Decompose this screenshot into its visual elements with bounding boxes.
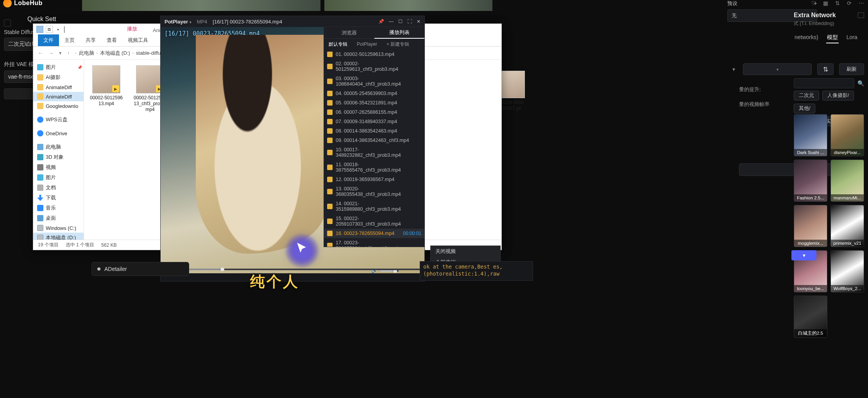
potplayer-menu-button[interactable]: PotPlayer ▾ [165, 19, 191, 25]
tree-item-label: 文档 [46, 184, 56, 191]
top-tab-play[interactable]: 播放 [119, 23, 145, 35]
nav-up-icon[interactable]: ↑ [67, 50, 70, 56]
playlist-item[interactable]: 14. 00021-3515989880_chf3_prob3.mp4 [324, 199, 424, 214]
tree-item[interactable]: 下载 [33, 193, 84, 203]
tree-item[interactable]: AI摄影 [33, 72, 84, 82]
caret-down-icon[interactable]: ▾ [727, 63, 740, 75]
tree-item[interactable]: 文档 [33, 183, 84, 193]
breadcrumb-item[interactable]: 本地磁盘 (D:) [100, 50, 130, 57]
nav-back-icon[interactable]: ← [38, 50, 43, 56]
extra-network-tab[interactable]: Lora [846, 32, 858, 43]
model-dropdown[interactable]: ▾ [743, 63, 812, 75]
playlist-album-tab[interactable]: PotPlayer [352, 39, 382, 50]
sort-icon[interactable]: ⇅ [835, 0, 840, 6]
tree-item[interactable]: Googledownlo [33, 101, 84, 111]
tree-item[interactable]: 3D 对象 [33, 152, 84, 162]
win-max-icon[interactable]: ☐ [398, 19, 403, 24]
win-full-icon[interactable]: ⛶ [407, 19, 412, 24]
playlist-main-tab[interactable]: 浏览器 [324, 27, 374, 39]
crumb-sep-icon: › [97, 51, 98, 55]
tree-item[interactable]: 桌面 [33, 213, 84, 223]
ribbon-tab[interactable]: 查看 [101, 34, 122, 46]
more-icon[interactable]: ⋯ [859, 0, 864, 6]
playlist-item[interactable]: 13. 00020-3680355438_chf3_prob3.mp4 [324, 184, 424, 199]
primary-dropdown-button[interactable]: ▾ [791, 250, 816, 260]
playlist-item[interactable]: 08. 00014-3863542463.mp4 [324, 126, 424, 136]
extra-network-tab[interactable]: 模型 [826, 32, 839, 43]
model-card[interactable]: disneyPixar... [830, 114, 864, 156]
playlist-item[interactable]: 02. 00002-501259613_chf3_prob3.mp4 [324, 59, 424, 74]
tree-item[interactable]: 本地磁盘 (D:) [33, 233, 84, 240]
tree-item[interactable]: Windows (C:) [33, 223, 84, 233]
playlist-main-tab[interactable]: 播放列表 [374, 27, 425, 39]
ribbon-tab[interactable]: 主页 [59, 34, 80, 46]
ribbon-tab[interactable]: 文件 [38, 34, 59, 46]
monitor-icon [37, 144, 43, 150]
model-card[interactable]: primemix_v21 [830, 205, 864, 247]
tree-item[interactable]: OneDrive [33, 129, 84, 138]
refresh-button[interactable]: 刷新 [839, 63, 864, 75]
down-icon [37, 195, 43, 201]
tree-item[interactable]: WPS云盘 [33, 115, 84, 125]
playlist-item[interactable]: 05. 00006-3542321891.mp4 [324, 98, 424, 108]
tree-item-label: 图片 [46, 174, 56, 181]
model-card[interactable]: mogglemix... [794, 205, 827, 247]
prompt-preview[interactable]: ok at the camera,Best es,(photorealistic… [420, 261, 533, 281]
file-thumbnail[interactable]: ▶00002-501259613.mp4 [89, 65, 123, 113]
model-card[interactable]: 白城主的2.5 [794, 296, 827, 338]
tree-item[interactable]: 此电脑 [33, 142, 84, 152]
potplayer-titlebar[interactable]: PotPlayer ▾ MP4 [16/17] 00023-782655094.… [161, 16, 424, 27]
swap-button[interactable]: ⇅ [817, 63, 834, 75]
grid-icon[interactable]: ▦ [823, 0, 828, 6]
sync-icon[interactable]: ⟳ [847, 0, 852, 6]
playlist-item[interactable]: 03. 00003-1086840404_chf3_prob3.mp4 [324, 74, 424, 89]
ribbon-tab[interactable]: 共享 [80, 34, 101, 46]
video-file-icon [327, 177, 333, 182]
win-min-icon[interactable]: — [389, 19, 394, 24]
panel-dock-icon[interactable] [858, 13, 864, 18]
extra-network-title: Extra Network [794, 12, 864, 19]
tree-item[interactable]: AnimateDiff [33, 92, 84, 101]
playlist-item[interactable]: 04. 00005-2545639903.mp4 [324, 89, 424, 98]
tree-item[interactable]: AnimateDiff [33, 82, 84, 92]
playlist-item[interactable]: 17. 00023-782655094_chf3_prob3.mp4 [324, 238, 424, 247]
playlist-item[interactable]: 11. 00018-3875565476_chf3_prob3.mp4 [324, 160, 424, 175]
tree-item[interactable]: 图片 [33, 172, 84, 183]
playlist-item[interactable]: 12. 00019-365936567.mp4 [324, 175, 424, 184]
ribbon-tab[interactable]: 视频工具 [122, 34, 154, 46]
playlist-item-label: 14. 00021-3515989880_chf3_prob3.mp4 [336, 201, 421, 212]
playlist-album-tab[interactable]: 默认专辑 [324, 39, 352, 50]
breadcrumb-item[interactable]: 此电脑 [79, 50, 94, 57]
nav-history-icon[interactable]: ▾ [59, 50, 62, 56]
video-file-icon [327, 219, 333, 224]
model-card[interactable]: Dark Sushi ... [794, 114, 827, 156]
playlist-item[interactable]: 07. 00009-3148940337.mp4 [324, 117, 424, 126]
desk-icon [37, 215, 43, 221]
status-selected: 选中 1 个项目 [66, 242, 94, 248]
tree-item[interactable]: 图片📌 [33, 62, 84, 72]
playlist-item[interactable]: 10. 00017-3489232882_chf3_prob3.mp4 [324, 145, 424, 160]
playlist-item[interactable]: 01. 00002-501259613.mp4 [324, 50, 424, 59]
tree-item[interactable]: 音乐 [33, 203, 84, 213]
adetailer-accordion[interactable]: ADetailer [91, 262, 189, 276]
model-card[interactable]: WolfBoys_2... [830, 250, 864, 292]
playlist-item[interactable]: 16. 00023-782655094.mp400:00:01 [324, 229, 424, 238]
playlist-item-label: 05. 00006-3542321891.mp4 [336, 100, 397, 106]
tree-item[interactable]: 视频 [33, 162, 84, 172]
pin-icon[interactable]: 📌 [378, 19, 384, 24]
extra-network-tab[interactable]: networks) [794, 32, 819, 43]
win-close-icon[interactable]: ✕ [417, 19, 421, 24]
nav-forward-icon[interactable]: → [48, 50, 54, 56]
volume-slider[interactable] [380, 270, 399, 272]
preset-add-icon[interactable]: + [814, 0, 817, 7]
playlist-item[interactable]: 15. 00022-2059107303_chf3_prob3.mp4 [324, 214, 424, 229]
model-card[interactable]: Fashion 2.5... [794, 160, 827, 202]
playlist-item[interactable]: 06. 00007-2625886155.mp4 [324, 108, 424, 117]
playlist-item[interactable]: 09. 00014-3863542463_chf3.mp4 [324, 136, 424, 145]
model-card[interactable]: manmaruMi... [830, 160, 864, 202]
seek-slider[interactable] [164, 269, 421, 270]
tree-item-label: 图片 [46, 64, 56, 71]
playlist-album-tab[interactable]: 新建专辑 [382, 39, 414, 50]
menu-close-video[interactable]: 关闭视频 [431, 246, 500, 257]
preset-value: 无 [732, 12, 737, 19]
